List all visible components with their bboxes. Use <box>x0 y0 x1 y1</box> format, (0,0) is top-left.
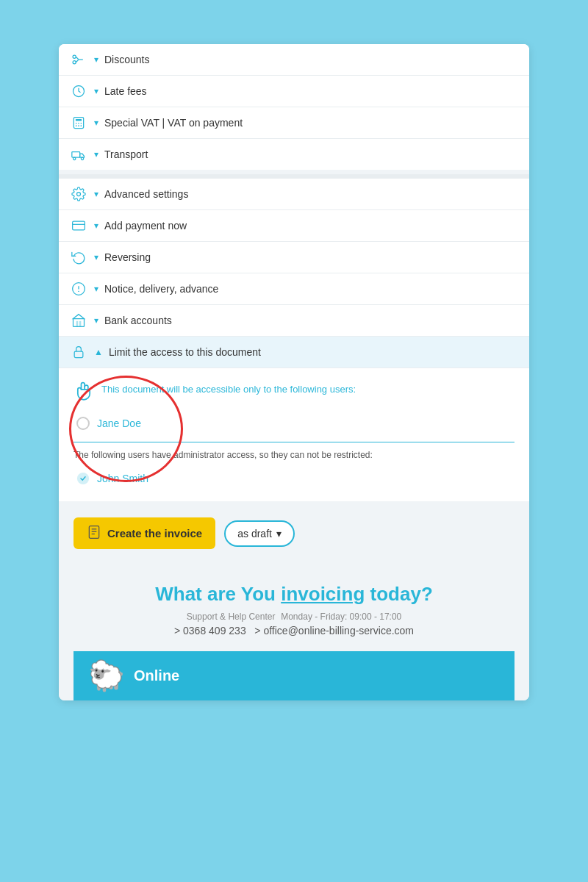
menu-item-transport[interactable]: ▾ Transport <box>59 139 529 170</box>
access-content: This document will be accessible only to… <box>59 368 529 501</box>
menu-item-notice[interactable]: ▾ Notice, delivery, advance <box>59 273 529 305</box>
chevron-down-icon: ▾ <box>94 220 98 231</box>
footer-title: What are You invoicing today? <box>74 583 514 606</box>
calculator-icon <box>71 115 87 131</box>
chevron-down-icon: ▾ <box>94 284 98 294</box>
user-item-jane: Jane Doe <box>74 412 514 434</box>
access-info-text: This document will be accessible only to… <box>101 380 356 397</box>
user-name-john: John Smith <box>97 473 148 484</box>
menu-item-reversing[interactable]: ▾ Reversing <box>59 242 529 273</box>
scissors-icon <box>71 51 87 68</box>
menu-item-add-payment[interactable]: ▾ Add payment now <box>59 210 529 242</box>
chevron-up-icon: ▲ <box>94 347 103 357</box>
svg-point-24 <box>78 473 89 484</box>
svg-point-17 <box>79 291 79 292</box>
truck-icon <box>71 146 87 162</box>
chevron-down-icon: ▾ <box>94 118 98 128</box>
svg-rect-13 <box>73 221 85 230</box>
reversing-label: Reversing <box>104 251 151 263</box>
create-invoice-button[interactable]: Create the invoice <box>74 517 215 549</box>
footer-title-underline: invoicing <box>281 583 365 605</box>
footer-email: > office@online-billing-service.com <box>254 625 414 637</box>
user-name-jane: Jane Doe <box>97 417 141 429</box>
invoice-icon <box>87 525 101 542</box>
special-vat-label: Special VAT | VAT on payment <box>104 117 243 129</box>
svg-point-8 <box>81 125 82 126</box>
svg-rect-22 <box>79 321 82 327</box>
menu-item-bank[interactable]: ▾ Bank accounts <box>59 305 529 337</box>
user-list: Jane Doe <box>74 412 514 434</box>
chevron-down-icon: ▾ <box>94 149 98 159</box>
menu-item-advanced-settings[interactable]: ▾ Advanced settings <box>59 179 529 210</box>
chevron-down-icon: ▾ <box>94 86 98 96</box>
menu-group-1: ▾ Discounts ▾ Late fees ▾ Special VAT | … <box>59 44 529 170</box>
svg-point-7 <box>78 125 79 126</box>
payment-icon <box>71 218 87 234</box>
reverse-icon <box>71 249 87 265</box>
bank-icon <box>71 312 87 329</box>
checkmark-icon <box>76 472 90 485</box>
add-payment-label: Add payment now <box>104 220 187 232</box>
draft-dropdown[interactable]: as draft ▾ <box>224 520 295 547</box>
lock-icon <box>71 344 87 360</box>
discounts-label: Discounts <box>104 54 149 65</box>
notice-icon <box>71 281 87 297</box>
action-bar: Create the invoice as draft ▾ <box>59 506 529 561</box>
svg-point-5 <box>81 123 82 124</box>
svg-point-6 <box>76 125 77 126</box>
notice-label: Notice, delivery, advance <box>104 283 218 295</box>
access-expanded-panel: This document will be accessible only to… <box>59 368 529 501</box>
limit-access-label: Limit the access to this document <box>109 346 261 358</box>
svg-rect-2 <box>76 119 82 121</box>
menu-item-discounts[interactable]: ▾ Discounts <box>59 44 529 76</box>
user-radio-jane[interactable] <box>76 417 90 430</box>
menu-group-2: ▾ Advanced settings ▾ Add payment now ▾ … <box>59 179 529 501</box>
svg-rect-23 <box>74 351 83 357</box>
create-invoice-label: Create the invoice <box>107 527 202 539</box>
admin-info-text: The following users have administrator a… <box>74 450 514 460</box>
clock-icon <box>71 83 87 99</box>
svg-point-11 <box>81 157 83 159</box>
settings-icon <box>71 186 87 202</box>
svg-point-10 <box>74 157 76 159</box>
online-status-label: Online <box>134 667 179 684</box>
bank-label: Bank accounts <box>104 315 172 326</box>
svg-point-12 <box>77 193 81 196</box>
footer-phone: > 0368 409 233 <box>174 625 246 637</box>
section-divider-line <box>74 442 514 442</box>
footer: What are You invoicing today? Support & … <box>59 561 529 700</box>
late-fees-label: Late fees <box>104 85 147 97</box>
menu-item-limit-access[interactable]: ▲ Limit the access to this document <box>59 337 529 368</box>
menu-item-special-vat[interactable]: ▾ Special VAT | VAT on payment <box>59 107 529 139</box>
footer-bottom-bar: 🐑 Online <box>74 651 514 700</box>
chevron-down-icon: ▾ <box>94 252 98 262</box>
hand-pointer-icon <box>74 380 94 401</box>
support-center-label: Support & Help Center <box>187 612 276 622</box>
svg-rect-9 <box>72 152 80 158</box>
chevron-down-icon: ▾ <box>94 189 98 199</box>
draft-label: as draft <box>237 528 272 539</box>
sheep-icon: 🐑 <box>88 659 125 693</box>
footer-contact: > 0368 409 233 > office@online-billing-s… <box>74 625 514 637</box>
chevron-down-icon: ▾ <box>94 315 98 326</box>
chevron-down-icon: ▾ <box>94 54 98 65</box>
menu-item-late-fees[interactable]: ▾ Late fees <box>59 76 529 107</box>
transport-label: Transport <box>104 148 148 160</box>
main-card: ▾ Discounts ▾ Late fees ▾ Special VAT | … <box>59 44 529 700</box>
svg-rect-25 <box>89 526 98 539</box>
support-hours: Monday - Friday: 09:00 - 17:00 <box>281 612 401 622</box>
svg-rect-21 <box>76 321 79 327</box>
svg-point-4 <box>78 123 79 124</box>
footer-subtitle: Support & Help Center Monday - Friday: 0… <box>74 610 514 622</box>
svg-point-3 <box>76 123 77 124</box>
advanced-settings-label: Advanced settings <box>104 188 188 200</box>
dropdown-chevron-icon: ▾ <box>276 528 282 539</box>
access-info-row: This document will be accessible only to… <box>74 380 514 401</box>
user-item-john: John Smith <box>74 467 514 490</box>
